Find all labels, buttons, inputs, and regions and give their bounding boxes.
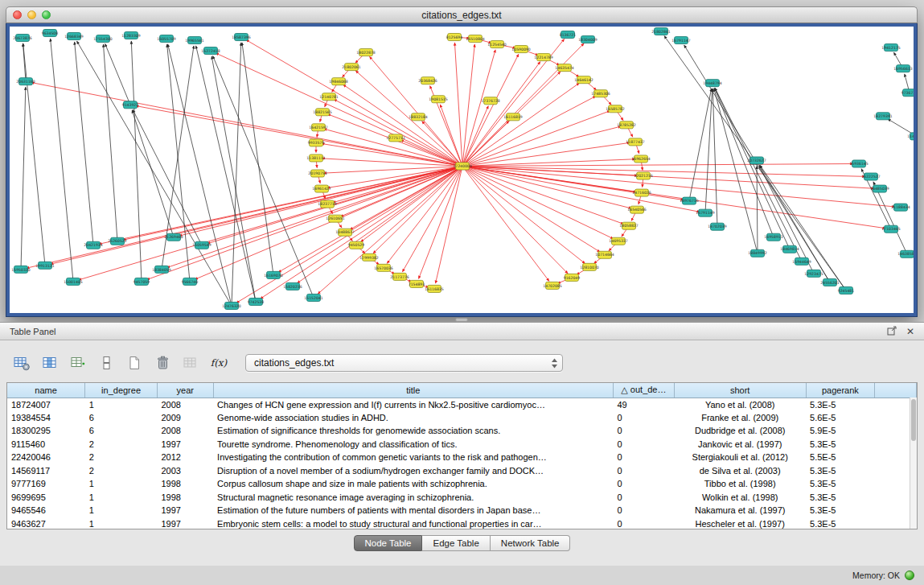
network-node[interactable]: 17240004 bbox=[453, 163, 471, 170]
network-node[interactable]: 18469814 bbox=[780, 245, 799, 253]
cell-name[interactable]: 9465546 bbox=[7, 504, 85, 517]
cell-short[interactable]: Franke et al. (2009) bbox=[674, 411, 806, 425]
table-scrollbar-thumb[interactable] bbox=[911, 399, 916, 441]
cell-year[interactable]: 2009 bbox=[157, 411, 213, 425]
cell-pagerank[interactable]: 5.3E-5 bbox=[806, 477, 875, 491]
tab-network-table[interactable]: Network Table bbox=[491, 535, 571, 551]
network-node[interactable]: 18821565 bbox=[313, 109, 331, 116]
network-node[interactable]: 11431714 bbox=[907, 133, 914, 140]
network-node[interactable]: 20673876 bbox=[13, 35, 31, 42]
new-table-icon[interactable] bbox=[124, 353, 145, 373]
network-node[interactable]: 16956613 bbox=[893, 65, 912, 72]
table-mode-icon[interactable] bbox=[11, 353, 32, 373]
close-window-button[interactable] bbox=[13, 10, 22, 19]
cell-name[interactable]: 18724007 bbox=[7, 398, 85, 411]
network-node[interactable]: 18832184 bbox=[409, 113, 427, 121]
network-node[interactable]: 12610651 bbox=[326, 215, 344, 222]
column-header-title[interactable]: title bbox=[213, 383, 613, 398]
cell-short[interactable]: Dudbridge et al. (2008) bbox=[674, 424, 806, 438]
column-header-short[interactable]: short bbox=[674, 383, 806, 398]
network-node[interactable]: 16570036 bbox=[374, 264, 392, 271]
network-node[interactable]: 8125694 bbox=[446, 34, 463, 41]
network-node[interactable]: 25260522 bbox=[108, 237, 126, 245]
minimize-window-button[interactable] bbox=[27, 10, 36, 19]
network-node[interactable]: 15936145 bbox=[849, 160, 868, 167]
cell-title[interactable]: Estimation of significance thresholds fo… bbox=[213, 424, 613, 438]
cell-title[interactable]: Tourette syndrome. Phenomenology and cla… bbox=[213, 438, 613, 451]
network-node[interactable]: 16222527 bbox=[861, 173, 880, 180]
cell-in_degree[interactable]: 1 bbox=[85, 517, 158, 530]
network-node[interactable]: 19412175 bbox=[881, 44, 900, 51]
cell-pagerank[interactable]: 5.3E-5 bbox=[806, 504, 875, 517]
table-row[interactable]: 2242004622012Investigating the contribut… bbox=[7, 451, 917, 464]
network-node[interactable]: 16169070 bbox=[264, 271, 282, 278]
cell-out_degree[interactable]: 0 bbox=[614, 517, 675, 530]
cell-title[interactable]: Genome-wide association studies in ADHD. bbox=[213, 411, 613, 425]
cell-out_degree[interactable]: 0 bbox=[614, 477, 675, 491]
network-node[interactable]: 16421597 bbox=[309, 124, 327, 131]
network-node[interactable]: 16962654 bbox=[631, 155, 650, 163]
cell-pagerank[interactable]: 5.6E-5 bbox=[806, 411, 875, 425]
close-panel-icon[interactable]: ✕ bbox=[906, 327, 914, 336]
network-node[interactable]: 15820236 bbox=[283, 282, 302, 290]
cell-title[interactable]: Disruption of a novel member of a sodium… bbox=[213, 464, 613, 478]
cell-in_degree[interactable]: 6 bbox=[85, 411, 158, 425]
network-node[interactable]: 12775713 bbox=[386, 134, 405, 142]
table-row[interactable]: 946554611997Estimation of the future num… bbox=[7, 504, 917, 517]
float-panel-icon[interactable] bbox=[887, 326, 897, 337]
network-node[interactable]: 16961427 bbox=[312, 185, 331, 192]
column-header-name[interactable]: name bbox=[7, 383, 85, 398]
network-node[interactable]: 17485306 bbox=[591, 90, 610, 97]
cell-title[interactable]: Corpus callosum shape and size in male p… bbox=[213, 477, 613, 491]
cell-year[interactable]: 2008 bbox=[157, 424, 213, 438]
network-node[interactable]: 17999382 bbox=[359, 253, 378, 261]
cell-short[interactable]: Jankovic et al. (1997) bbox=[674, 438, 806, 451]
network-node[interactable]: 9566740 bbox=[182, 278, 199, 285]
cell-in_degree[interactable]: 2 bbox=[85, 451, 158, 464]
cell-in_degree[interactable]: 2 bbox=[85, 464, 158, 478]
cell-short[interactable]: Wolkin et al. (1998) bbox=[674, 491, 806, 505]
network-node[interactable]: 9450529 bbox=[348, 241, 365, 249]
table-row[interactable]: 946362711997Embryonic stem cells: a mode… bbox=[7, 517, 917, 530]
network-node[interactable]: 11283309 bbox=[121, 32, 140, 39]
network-node[interactable]: 14702085 bbox=[543, 282, 561, 289]
table-select-dropdown[interactable]: citations_edges.txt bbox=[245, 354, 563, 372]
cell-in_degree[interactable]: 1 bbox=[85, 491, 158, 505]
network-canvas[interactable]: 1724000418022878218020611984606812140781… bbox=[10, 27, 914, 313]
network-node[interactable]: 18976716 bbox=[680, 197, 698, 204]
cell-pagerank[interactable]: 5.3E-5 bbox=[806, 464, 875, 478]
network-node[interactable]: 9742538 bbox=[248, 298, 265, 305]
network-node[interactable]: 12214789 bbox=[534, 54, 552, 61]
network-node[interactable]: 11381111 bbox=[306, 154, 325, 162]
import-table-icon[interactable] bbox=[180, 353, 201, 373]
cell-out_degree[interactable]: 0 bbox=[614, 504, 675, 517]
cell-pagerank[interactable]: 5.3E-5 bbox=[806, 398, 875, 411]
network-node[interactable]: 19965561 bbox=[185, 37, 203, 44]
cell-year[interactable]: 2012 bbox=[157, 451, 213, 464]
table-row[interactable]: 1872400712008Changes of HCN gene express… bbox=[7, 398, 917, 411]
network-node[interactable]: 18022878 bbox=[356, 49, 375, 56]
network-node[interactable]: 9933579 bbox=[308, 139, 325, 146]
table-row[interactable]: 977716911998Corpus callosum shape and si… bbox=[7, 477, 917, 491]
table-row[interactable]: 1830029562008Estimation of significance … bbox=[7, 424, 917, 438]
cell-name[interactable]: 9463627 bbox=[7, 517, 85, 530]
network-node[interactable]: 18304009 bbox=[578, 36, 597, 43]
network-node[interactable]: 20190753 bbox=[308, 170, 326, 177]
network-node[interactable]: 12810070 bbox=[580, 263, 598, 270]
cell-in_degree[interactable]: 1 bbox=[85, 398, 158, 411]
cell-short[interactable]: Nakamura et al. (1997) bbox=[674, 504, 806, 517]
network-node[interactable]: 9634508 bbox=[42, 30, 59, 37]
cell-year[interactable]: 1998 bbox=[157, 477, 213, 491]
cell-out_degree[interactable]: 0 bbox=[614, 491, 675, 505]
cell-name[interactable]: 9699695 bbox=[7, 491, 85, 505]
network-node[interactable]: 21269460 bbox=[164, 233, 183, 241]
network-node[interactable]: 18058827 bbox=[619, 222, 638, 229]
cell-title[interactable]: Estimation of the future numbers of pati… bbox=[213, 504, 613, 517]
cell-title[interactable]: Investigating the contribution of common… bbox=[213, 451, 613, 464]
network-node[interactable]: 15001405 bbox=[64, 278, 82, 285]
network-node[interactable]: 18237719 bbox=[318, 200, 336, 208]
network-node[interactable]: 15059549 bbox=[192, 241, 211, 249]
network-node[interactable]: 19448794 bbox=[703, 80, 721, 87]
network-node[interactable]: 12140781 bbox=[319, 93, 338, 101]
network-node[interactable]: 12021216 bbox=[634, 172, 652, 179]
